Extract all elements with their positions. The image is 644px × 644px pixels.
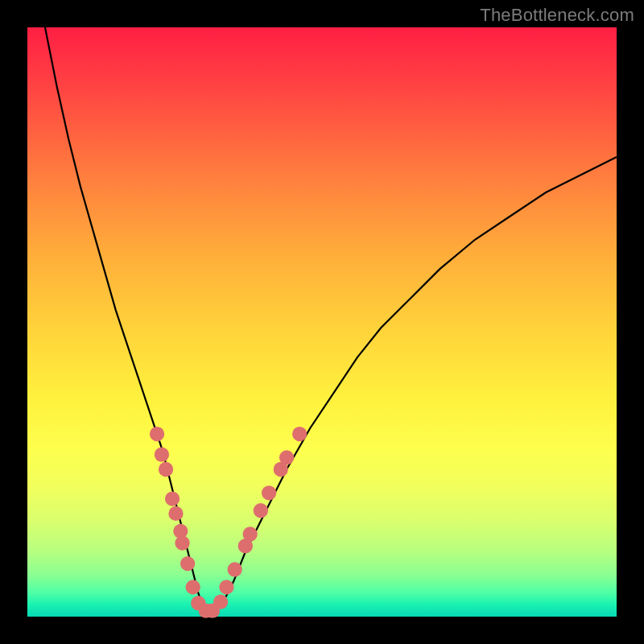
- data-marker: [155, 448, 169, 462]
- data-marker: [262, 485, 276, 500]
- watermark-text: TheBottleneck.com: [480, 5, 634, 26]
- data-marker: [213, 595, 228, 609]
- data-marker: [150, 427, 164, 441]
- data-marker: [243, 526, 258, 541]
- data-marker: [279, 450, 294, 464]
- chart-frame: TheBottleneck.com: [0, 0, 644, 644]
- data-marker: [186, 580, 200, 594]
- data-marker: [165, 491, 180, 506]
- data-marker: [168, 506, 183, 521]
- data-marker: [228, 562, 242, 576]
- data-marker: [219, 580, 233, 594]
- chart-svg: [27, 27, 617, 617]
- data-marker: [180, 556, 195, 571]
- data-marker: [175, 535, 189, 550]
- plot-area: [27, 27, 617, 617]
- data-marker: [159, 462, 173, 477]
- data-marker: [254, 503, 268, 518]
- data-marker: [292, 427, 307, 441]
- bottleneck-curve: [45, 27, 617, 617]
